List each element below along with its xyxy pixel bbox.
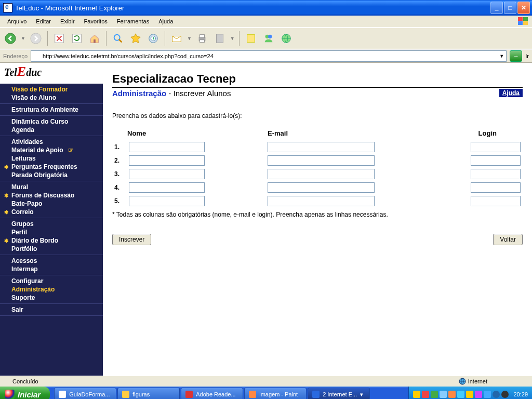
sidebar-item[interactable]: Visão de Aluno	[2, 94, 103, 102]
back-button[interactable]	[3, 31, 18, 46]
svg-rect-0	[518, 17, 523, 21]
sidebar-item[interactable]: Agenda	[2, 126, 103, 134]
tray-icon[interactable]	[457, 391, 464, 398]
nome-input[interactable]	[129, 155, 205, 166]
favorites-button[interactable]	[128, 31, 143, 46]
tray-icon[interactable]	[484, 391, 491, 398]
menu-editar[interactable]: Editar	[32, 17, 55, 25]
stop-button[interactable]	[52, 31, 66, 46]
home-button[interactable]	[87, 31, 102, 46]
back-dropdown-icon[interactable]: ▼	[21, 36, 25, 41]
sidebar-item[interactable]: Estrutura do Ambiente	[2, 105, 103, 114]
sidebar-item[interactable]: Material de Apoio☞	[2, 146, 103, 154]
system-tray[interactable]: 20:29	[408, 387, 532, 399]
messenger-button[interactable]	[261, 31, 276, 46]
globe-button[interactable]	[279, 31, 294, 46]
sidebar-item[interactable]: Atividades	[2, 138, 103, 146]
sidebar-item[interactable]: ✱Perguntas Frequentes	[2, 163, 103, 171]
menu-ajuda[interactable]: Ajuda	[154, 17, 177, 25]
svg-point-19	[268, 35, 272, 38]
voltar-button[interactable]: Voltar	[493, 234, 523, 245]
go-button[interactable]: →	[510, 50, 522, 62]
nome-input[interactable]	[129, 196, 205, 206]
login-input[interactable]	[471, 196, 521, 206]
sidebar-item[interactable]: Suporte	[2, 294, 103, 302]
nav-sidebar: TelEduc Visão de FormadorVisão de AlunoE…	[0, 63, 103, 376]
sidebar-item[interactable]: Administração	[2, 285, 103, 294]
sidebar-item[interactable]: Sair	[2, 305, 103, 314]
email-input[interactable]	[268, 155, 375, 166]
sidebar-item[interactable]: ✱Diário de Bordo	[2, 236, 103, 245]
taskbar-task[interactable]: imagem - Paint	[244, 388, 307, 399]
tray-shield-icon[interactable]	[413, 391, 420, 398]
notes-button[interactable]	[244, 31, 258, 46]
mail-dropdown-icon[interactable]: ▼	[187, 36, 192, 41]
sidebar-item[interactable]: Dinâmica do Curso	[2, 117, 103, 126]
sidebar-item[interactable]: Grupos	[2, 220, 103, 228]
print-button[interactable]	[195, 31, 209, 46]
window-close-button[interactable]: ✕	[517, 2, 530, 14]
menu-exibir[interactable]: Exibir	[56, 17, 79, 25]
sidebar-item[interactable]: Leituras	[2, 154, 103, 163]
mail-button[interactable]	[169, 31, 184, 46]
start-orb-icon	[5, 390, 15, 399]
address-input[interactable]: http://www.teleduc.cefetmt.br/cursos/apl…	[31, 50, 507, 62]
inscrever-button[interactable]: Inscrever	[112, 234, 151, 245]
email-input[interactable]	[268, 196, 375, 206]
nome-input[interactable]	[129, 169, 205, 179]
sidebar-item-label: Agenda	[11, 126, 34, 134]
sidebar-item[interactable]: Acessos	[2, 257, 103, 265]
edit-dropdown-icon[interactable]: ▼	[230, 36, 235, 41]
tray-icon[interactable]	[431, 391, 438, 398]
nome-input[interactable]	[129, 142, 205, 152]
sidebar-item[interactable]: Perfil	[2, 228, 103, 236]
login-input[interactable]	[471, 155, 521, 166]
edit-button[interactable]	[212, 31, 227, 46]
row-number: 3.	[112, 167, 127, 181]
svg-rect-8	[94, 39, 96, 43]
history-button[interactable]	[146, 31, 161, 46]
tray-icon[interactable]	[448, 391, 456, 398]
sidebar-item[interactable]: Portfólio	[2, 245, 103, 253]
login-input[interactable]	[471, 142, 521, 152]
sidebar-item[interactable]: ✱Correio	[2, 208, 103, 216]
sidebar-item-label: Suporte	[11, 294, 35, 301]
nome-input[interactable]	[129, 182, 205, 193]
sidebar-item[interactable]: Mural	[2, 183, 103, 191]
start-button[interactable]: Iniciar	[0, 387, 50, 399]
sidebar-item[interactable]: Bate-Papo	[2, 200, 103, 208]
email-input[interactable]	[268, 169, 375, 179]
menu-favoritos[interactable]: Favoritos	[80, 17, 112, 25]
search-button[interactable]	[111, 31, 125, 46]
tray-icon[interactable]	[440, 391, 447, 398]
row-number: 5.	[112, 194, 127, 208]
sidebar-item[interactable]: Intermap	[2, 265, 103, 273]
menu-arquivo[interactable]: Arquivo	[3, 17, 31, 25]
taskbar-task[interactable]: figuras	[117, 388, 180, 399]
tray-icon[interactable]	[475, 391, 482, 398]
sidebar-item[interactable]: ✱Fóruns de Discussão	[2, 191, 103, 200]
sidebar-item[interactable]: Parada Obrigatória	[2, 171, 103, 179]
address-dropdown-icon[interactable]: ▼	[499, 54, 504, 59]
tray-icon[interactable]	[493, 391, 500, 398]
sidebar-item[interactable]: Visão de Formador	[2, 85, 103, 94]
email-input[interactable]	[268, 142, 375, 152]
window-maximize-button[interactable]: □	[504, 2, 516, 14]
taskbar-task[interactable]: GuiaDoForma...	[54, 388, 116, 399]
window-minimize-button[interactable]: _	[490, 2, 503, 14]
tray-icon[interactable]	[501, 391, 509, 398]
refresh-button[interactable]	[70, 31, 84, 46]
tray-icon[interactable]	[422, 391, 429, 398]
help-link[interactable]: Ajuda	[499, 89, 523, 97]
taskbar-task[interactable]: 2 Internet E...▾	[308, 388, 370, 399]
email-input[interactable]	[268, 182, 375, 193]
login-input[interactable]	[471, 182, 521, 193]
task-icon	[185, 391, 193, 398]
taskbar-task[interactable]: Adobe Reade...	[181, 388, 243, 399]
tray-icon[interactable]	[466, 391, 473, 398]
forward-button[interactable]	[29, 31, 43, 46]
menu-ferramentas[interactable]: Ferramentas	[113, 17, 153, 25]
tray-clock[interactable]: 20:29	[513, 391, 528, 397]
login-input[interactable]	[471, 169, 521, 179]
sidebar-item[interactable]: Configurar	[2, 277, 103, 285]
